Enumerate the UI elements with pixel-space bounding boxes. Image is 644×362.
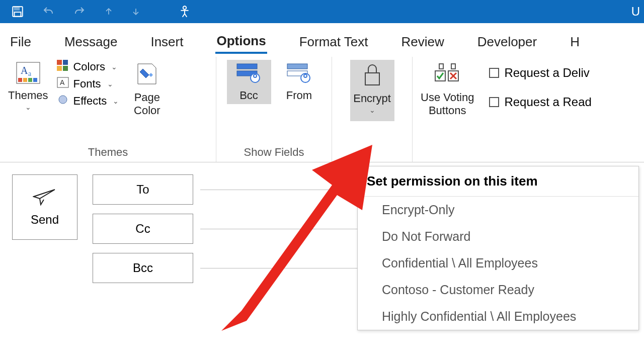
svg-rect-11 <box>57 60 62 65</box>
cc-input-line[interactable] <box>200 229 371 229</box>
svg-text:A: A <box>60 78 65 86</box>
from-button[interactable]: From <box>277 60 321 104</box>
title-bar: U <box>0 0 644 23</box>
bcc-input-line[interactable] <box>200 268 371 268</box>
tab-options[interactable]: Options <box>215 30 267 54</box>
perm-item-encrypt-only[interactable]: Encrypt-Only <box>358 197 638 223</box>
colors-button[interactable]: Colors⌄ <box>57 60 119 74</box>
themes-icon: Aa <box>16 62 40 87</box>
cc-button[interactable]: Cc <box>93 214 193 244</box>
tab-file[interactable]: File <box>9 31 32 53</box>
send-icon <box>33 188 57 209</box>
ribbon: Aa Themes ⌄ Colors⌄ A Fonts⌄ Effects⌄ <box>0 57 644 162</box>
perm-menu-header: Set permission on this item <box>358 166 638 197</box>
bcc-field-button[interactable]: Bcc <box>93 253 193 283</box>
group-encrypt-label <box>337 158 407 162</box>
undo-icon[interactable] <box>41 6 55 18</box>
page-color-icon <box>136 62 158 89</box>
tab-developer[interactable]: Developer <box>476 31 538 53</box>
effects-icon <box>57 94 69 108</box>
svg-text:a: a <box>28 70 32 77</box>
themes-button[interactable]: Aa Themes ⌄ <box>5 60 51 113</box>
bcc-label: Bcc <box>239 89 258 102</box>
to-button[interactable]: To <box>93 174 193 205</box>
fonts-label: Fonts <box>73 77 101 90</box>
quick-access-toolbar <box>11 5 191 19</box>
svg-rect-1 <box>15 7 20 10</box>
bcc-icon <box>236 62 262 87</box>
page-color-button[interactable]: Page Color <box>125 60 169 119</box>
checkbox-icon <box>489 97 499 107</box>
redo-icon[interactable] <box>72 6 87 18</box>
fonts-icon: A <box>57 77 69 91</box>
effects-button[interactable]: Effects⌄ <box>57 94 119 108</box>
up-arrow-icon[interactable] <box>104 6 114 18</box>
down-arrow-icon[interactable] <box>131 6 141 18</box>
to-input-line[interactable] <box>200 190 371 190</box>
perm-item-do-not-forward[interactable]: Do Not Forward <box>358 223 638 250</box>
svg-rect-8 <box>23 78 27 82</box>
colors-icon <box>57 60 69 74</box>
request-delivery-label: Request a Deliv <box>504 66 589 80</box>
chevron-down-icon: ⌄ <box>369 106 375 114</box>
svg-rect-29 <box>439 64 443 69</box>
title-right-text: U <box>631 5 640 19</box>
page-color-label: Page Color <box>134 91 160 117</box>
voting-label: Use Voting Buttons <box>421 91 474 117</box>
svg-rect-26 <box>365 73 379 85</box>
svg-point-17 <box>59 96 67 104</box>
chevron-down-icon: ⌄ <box>25 103 31 111</box>
encrypt-dropdown-menu: Set permission on this item Encrypt-Only… <box>357 166 639 330</box>
encrypt-button[interactable]: Encrypt ⌄ <box>350 60 394 121</box>
tab-review[interactable]: Review <box>400 31 445 53</box>
group-show-fields: Bcc From Show Fields <box>216 57 332 162</box>
tab-format-text[interactable]: Format Text <box>298 31 369 53</box>
group-show-fields-label: Show Fields <box>221 145 327 162</box>
voting-icon <box>433 62 461 89</box>
bcc-button[interactable]: Bcc <box>227 60 271 104</box>
svg-rect-22 <box>287 64 307 69</box>
perm-item-highly-confidential-all-employees[interactable]: Highly Confidential \ All Employees <box>358 303 638 330</box>
to-label: To <box>136 183 149 197</box>
svg-rect-14 <box>63 66 68 71</box>
tab-insert[interactable]: Insert <box>149 31 184 53</box>
from-icon <box>286 62 312 87</box>
svg-text:A: A <box>21 65 28 76</box>
perm-item-contoso-customer-ready[interactable]: Contoso - Customer Ready <box>358 277 638 303</box>
from-label: From <box>286 89 312 102</box>
ribbon-tabs: File Message Insert Options Format Text … <box>0 23 644 57</box>
svg-rect-18 <box>237 64 257 69</box>
perm-item-confidential-all-employees[interactable]: Confidential \ All Employees <box>358 250 638 277</box>
group-tracking: Use Voting Buttons Request a Deliv Reque… <box>413 57 644 162</box>
request-read-label: Request a Read <box>504 95 591 109</box>
svg-point-3 <box>183 6 187 10</box>
request-read-checkbox[interactable]: Request a Read <box>489 95 591 109</box>
send-button[interactable]: Send <box>12 174 77 240</box>
svg-rect-7 <box>18 78 22 82</box>
svg-point-21 <box>254 74 257 77</box>
svg-rect-12 <box>63 60 68 65</box>
themes-label: Themes <box>8 89 48 102</box>
tab-message[interactable]: Message <box>63 31 119 53</box>
svg-rect-30 <box>451 64 455 69</box>
svg-rect-2 <box>15 12 21 17</box>
svg-rect-10 <box>33 78 37 82</box>
encrypt-label: Encrypt <box>353 92 391 105</box>
checkbox-icon <box>489 68 499 78</box>
effects-label: Effects <box>73 95 107 108</box>
lock-icon <box>361 62 383 90</box>
use-voting-buttons-button[interactable]: Use Voting Buttons <box>418 60 477 119</box>
request-delivery-checkbox[interactable]: Request a Deliv <box>489 66 591 80</box>
svg-point-25 <box>304 74 307 77</box>
accessibility-icon[interactable] <box>178 5 191 19</box>
group-tracking-label <box>418 158 639 162</box>
cc-label: Cc <box>135 222 150 236</box>
fonts-button[interactable]: A Fonts⌄ <box>57 77 119 91</box>
colors-label: Colors <box>73 60 105 73</box>
save-icon[interactable] <box>11 5 24 18</box>
group-themes: Aa Themes ⌄ Colors⌄ A Fonts⌄ Effects⌄ <box>0 57 216 162</box>
send-label: Send <box>31 213 59 227</box>
svg-rect-9 <box>28 78 32 82</box>
group-encrypt: Encrypt ⌄ <box>332 57 413 162</box>
tab-help[interactable]: H <box>569 31 581 53</box>
